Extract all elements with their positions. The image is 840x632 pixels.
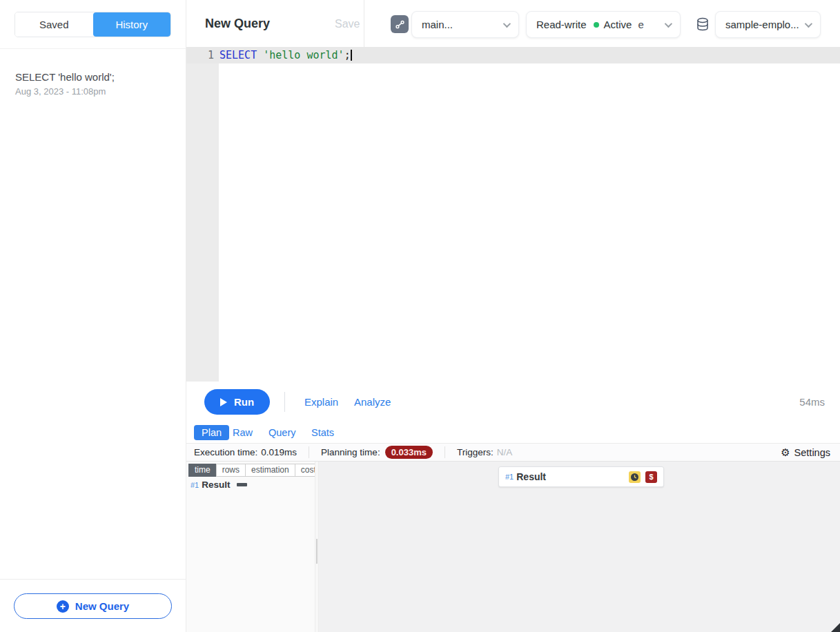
toolbar-divider bbox=[284, 392, 285, 412]
node-id: #1 bbox=[505, 473, 514, 481]
tab-stats[interactable]: Stats bbox=[311, 422, 334, 443]
code-line[interactable]: SELECT 'hello world'; bbox=[219, 47, 352, 63]
database-icon bbox=[695, 17, 710, 32]
results-tab-bar: Plan Raw Query Stats bbox=[186, 422, 840, 443]
header-divider bbox=[364, 0, 364, 47]
tab-saved[interactable]: Saved bbox=[15, 12, 93, 37]
metric-tab-estimation[interactable]: estimation bbox=[245, 464, 295, 477]
execution-time-label: Execution time: bbox=[194, 447, 257, 457]
settings-button[interactable]: ⚙ Settings bbox=[781, 446, 840, 459]
tab-raw[interactable]: Raw bbox=[233, 422, 253, 443]
chevron-down-icon bbox=[503, 19, 511, 27]
resize-corner-icon[interactable] bbox=[831, 623, 840, 632]
line-number: 1 bbox=[186, 47, 214, 63]
plan-tree-node[interactable]: #1 Result bbox=[191, 480, 247, 490]
node-name: Result bbox=[516, 471, 546, 482]
connection-extra: e bbox=[638, 19, 643, 30]
cost-badge: $ bbox=[645, 471, 657, 483]
planning-time-label: Planning time: bbox=[321, 447, 380, 457]
triggers-label: Triggers: bbox=[457, 447, 494, 457]
explain-button[interactable]: Explain bbox=[304, 382, 338, 422]
editor-gutter bbox=[186, 47, 219, 382]
sql-query-app: Saved History SELECT 'hello world'; Aug … bbox=[0, 0, 840, 632]
tab-plan[interactable]: Plan bbox=[194, 425, 229, 440]
branch-dropdown-value: main... bbox=[422, 19, 453, 30]
plan-metric-tabs: time rows estimation cost bbox=[188, 464, 322, 477]
sql-string: 'hello world' bbox=[257, 49, 344, 61]
plan-node-card[interactable]: #1 Result $ bbox=[498, 466, 664, 487]
execution-time-stat: Execution time: 0.019ms bbox=[186, 446, 309, 458]
sql-keyword: SELECT bbox=[219, 49, 257, 61]
page-title: New Query bbox=[205, 17, 270, 31]
sidebar-footer: + New Query bbox=[0, 579, 186, 632]
chevron-down-icon bbox=[805, 19, 812, 27]
query-duration: 54ms bbox=[799, 382, 825, 422]
text-cursor bbox=[351, 50, 352, 61]
node-id: #1 bbox=[191, 481, 199, 489]
tab-history[interactable]: History bbox=[93, 12, 171, 37]
plan-tree-panel: time rows estimation cost #1 Result bbox=[186, 462, 315, 632]
history-item[interactable]: SELECT 'hello world'; Aug 3, 2023 - 11:0… bbox=[15, 71, 177, 97]
branch-button[interactable] bbox=[391, 15, 409, 33]
run-toolbar: Run Explain Analyze 54ms bbox=[186, 382, 840, 422]
plus-icon: + bbox=[57, 600, 69, 613]
sql-editor[interactable]: 1 SELECT 'hello world'; bbox=[186, 47, 840, 382]
gear-icon: ⚙ bbox=[781, 446, 790, 459]
connection-dropdown[interactable]: Read-write Active e bbox=[526, 11, 681, 38]
save-button[interactable]: Save bbox=[335, 18, 360, 30]
clock-icon bbox=[630, 473, 639, 482]
dollar-icon: $ bbox=[649, 473, 653, 481]
chevron-down-icon bbox=[665, 19, 672, 27]
play-icon bbox=[220, 398, 227, 406]
sidebar-divider bbox=[0, 48, 186, 49]
tab-query[interactable]: Query bbox=[268, 422, 296, 443]
run-label: Run bbox=[234, 396, 254, 408]
triggers-value: N/A bbox=[497, 447, 513, 457]
run-button[interactable]: Run bbox=[204, 389, 270, 415]
connection-mode: Read-write bbox=[536, 19, 587, 30]
metric-tab-rows[interactable]: rows bbox=[216, 464, 246, 477]
plan-canvas[interactable]: #1 Result $ bbox=[319, 462, 840, 632]
connection-status: Active bbox=[604, 19, 632, 30]
execution-time-value: 0.019ms bbox=[261, 447, 297, 457]
saved-history-toggle: Saved History bbox=[14, 12, 171, 37]
new-query-label: New Query bbox=[75, 600, 129, 612]
planning-time-badge: 0.033ms bbox=[385, 446, 433, 459]
main-header: New Query Save main... Read-write Active… bbox=[186, 0, 840, 47]
history-timestamp: Aug 3, 2023 - 11:08pm bbox=[15, 86, 177, 97]
analyze-button[interactable]: Analyze bbox=[354, 382, 391, 422]
new-query-button[interactable]: + New Query bbox=[14, 593, 172, 619]
sql-punctuation: ; bbox=[344, 49, 351, 61]
database-dropdown[interactable]: sample-emplo... bbox=[715, 11, 821, 38]
splitter-handle-icon bbox=[316, 539, 318, 564]
planning-time-stat: Planning time: 0.033ms bbox=[309, 446, 445, 458]
duration-bar bbox=[237, 483, 247, 486]
metric-tab-time[interactable]: time bbox=[188, 464, 217, 477]
database-dropdown-value: sample-emplo... bbox=[725, 19, 799, 30]
git-branch-icon bbox=[395, 19, 405, 30]
sidebar: Saved History SELECT 'hello world'; Aug … bbox=[0, 0, 186, 632]
node-name: Result bbox=[202, 480, 230, 490]
status-dot-icon bbox=[594, 22, 599, 28]
triggers-stat: Triggers: N/A bbox=[445, 446, 781, 458]
settings-label: Settings bbox=[794, 447, 830, 458]
time-badge bbox=[629, 471, 641, 483]
history-query-text: SELECT 'hello world'; bbox=[15, 71, 177, 83]
plan-stats-bar: Execution time: 0.019ms Planning time: 0… bbox=[186, 443, 840, 462]
branch-dropdown[interactable]: main... bbox=[411, 11, 519, 38]
